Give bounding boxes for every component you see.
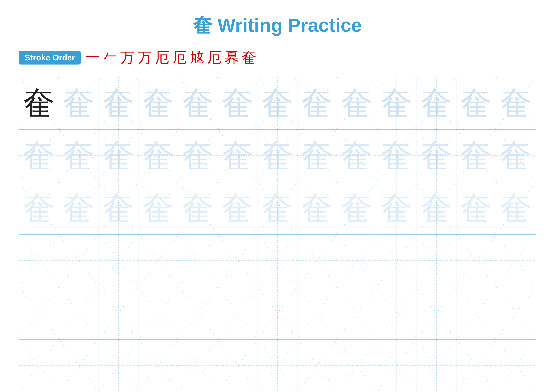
grid-cell-0-10[interactable]: 奞: [417, 77, 456, 129]
grid-cell-4-10[interactable]: [417, 287, 456, 339]
grid-cell-0-1[interactable]: 奞: [59, 77, 99, 129]
grid-cell-0-2[interactable]: 奞: [99, 77, 139, 129]
grid-cell-2-9[interactable]: 奞: [377, 182, 416, 234]
grid-cell-4-6[interactable]: [258, 287, 297, 339]
grid-cell-4-12[interactable]: [496, 287, 536, 339]
grid-cell-2-4[interactable]: 奞: [178, 182, 218, 234]
grid-cell-5-8[interactable]: [337, 340, 377, 392]
grid-cell-5-6[interactable]: [258, 340, 297, 392]
svg-line-164: [99, 235, 138, 287]
cell-guide-lines: [337, 340, 377, 392]
grid-cell-3-10[interactable]: [417, 235, 456, 287]
cell-char: 奞: [182, 192, 214, 224]
grid-cell-5-4[interactable]: [178, 340, 218, 392]
grid-cell-0-3[interactable]: 奞: [139, 77, 178, 129]
grid-cell-5-10[interactable]: [417, 340, 456, 392]
grid-cell-0-6[interactable]: 奞: [258, 77, 297, 129]
grid-cell-2-5[interactable]: 奞: [218, 182, 258, 234]
stroke-step-2: 万: [120, 48, 134, 67]
cell-char-wrapper: 奞: [258, 129, 297, 182]
grid-cell-3-11[interactable]: [456, 235, 496, 287]
grid-cell-0-0[interactable]: 奞: [19, 77, 59, 129]
grid-cell-5-11[interactable]: [456, 340, 496, 392]
cell-char-wrapper: 奞: [19, 77, 59, 129]
grid-cell-3-3[interactable]: [139, 235, 178, 287]
grid-cell-0-9[interactable]: 奞: [377, 77, 416, 129]
svg-line-200: [456, 235, 496, 287]
grid-cell-4-3[interactable]: [139, 287, 178, 339]
grid-cell-5-5[interactable]: [218, 340, 258, 392]
grid-cell-0-8[interactable]: 奞: [337, 77, 377, 129]
grid-cell-3-9[interactable]: [377, 235, 416, 287]
grid-cell-2-6[interactable]: 奞: [258, 182, 297, 234]
grid-cell-5-9[interactable]: [377, 340, 416, 392]
grid-cell-1-9[interactable]: 奞: [377, 129, 416, 182]
grid-cell-5-2[interactable]: [99, 340, 139, 392]
grid-cell-4-8[interactable]: [337, 287, 377, 339]
grid-cell-2-10[interactable]: 奞: [417, 182, 456, 234]
grid-cell-4-5[interactable]: [218, 287, 258, 339]
grid-cell-3-1[interactable]: [59, 235, 99, 287]
svg-line-217: [99, 287, 138, 339]
grid-cell-5-12[interactable]: [496, 340, 536, 392]
grid-cell-0-4[interactable]: 奞: [178, 77, 218, 129]
cell-char: 奞: [63, 87, 95, 119]
grid-cell-3-6[interactable]: [258, 235, 297, 287]
grid-cell-3-12[interactable]: [496, 235, 536, 287]
grid-cell-2-8[interactable]: 奞: [337, 182, 377, 234]
grid-cell-0-12[interactable]: 奞: [496, 77, 536, 129]
grid-cell-3-4[interactable]: [178, 235, 218, 287]
grid-cell-1-0[interactable]: 奞: [19, 129, 59, 182]
grid-cell-1-10[interactable]: 奞: [417, 129, 456, 182]
grid-cell-0-5[interactable]: 奞: [218, 77, 258, 129]
grid-cell-0-11[interactable]: 奞: [456, 77, 496, 129]
grid-cell-5-7[interactable]: [297, 340, 337, 392]
grid-cell-5-3[interactable]: [139, 340, 178, 392]
cell-char-wrapper: 奞: [218, 77, 258, 129]
grid-cell-1-6[interactable]: 奞: [258, 129, 297, 182]
grid-cell-3-8[interactable]: [337, 235, 377, 287]
grid-cell-5-1[interactable]: [59, 340, 99, 392]
grid-cell-4-9[interactable]: [377, 287, 416, 339]
svg-line-205: [496, 235, 536, 287]
grid-cell-2-0[interactable]: 奞: [19, 182, 59, 234]
grid-cell-2-3[interactable]: 奞: [139, 182, 178, 234]
grid-cell-4-2[interactable]: [99, 287, 139, 339]
svg-line-252: [456, 287, 496, 339]
cell-guide-lines: [456, 235, 496, 287]
grid-cell-4-7[interactable]: [297, 287, 337, 339]
grid-cell-5-0[interactable]: [19, 340, 59, 392]
grid-cell-2-2[interactable]: 奞: [99, 182, 139, 234]
grid-cell-0-7[interactable]: 奞: [297, 77, 337, 129]
grid-cell-1-3[interactable]: 奞: [139, 129, 178, 182]
grid-cell-2-12[interactable]: 奞: [496, 182, 536, 234]
svg-line-161: [59, 235, 99, 287]
grid-cell-1-7[interactable]: 奞: [297, 129, 337, 182]
cell-char: 奞: [182, 140, 214, 171]
grid-cell-1-8[interactable]: 奞: [337, 129, 377, 182]
grid-cell-1-11[interactable]: 奞: [456, 129, 496, 182]
cell-char-wrapper: 奞: [297, 77, 337, 129]
grid-cell-3-5[interactable]: [218, 235, 258, 287]
cell-guide-lines: [258, 235, 297, 287]
grid-cell-4-1[interactable]: [59, 287, 99, 339]
grid-cell-4-4[interactable]: [178, 287, 218, 339]
grid-cell-3-0[interactable]: [19, 235, 59, 287]
grid-cell-3-7[interactable]: [297, 235, 337, 287]
cell-guide-lines: [19, 235, 59, 287]
cell-char-wrapper: 奞: [258, 77, 297, 129]
stroke-step-5: 厄: [172, 48, 187, 67]
grid-cell-1-4[interactable]: 奞: [178, 129, 218, 182]
grid-cell-3-2[interactable]: [99, 235, 139, 287]
grid-cell-1-1[interactable]: 奞: [59, 129, 99, 182]
svg-line-213: [59, 287, 99, 339]
grid-cell-2-1[interactable]: 奞: [59, 182, 99, 234]
cell-guide-lines: [456, 287, 496, 339]
grid-cell-4-0[interactable]: [19, 287, 59, 339]
grid-cell-1-12[interactable]: 奞: [496, 129, 536, 182]
grid-cell-1-5[interactable]: 奞: [218, 129, 258, 182]
grid-cell-4-11[interactable]: [456, 287, 496, 339]
grid-cell-1-2[interactable]: 奞: [99, 129, 139, 182]
grid-cell-2-7[interactable]: 奞: [297, 182, 337, 234]
grid-cell-2-11[interactable]: 奞: [456, 182, 496, 234]
